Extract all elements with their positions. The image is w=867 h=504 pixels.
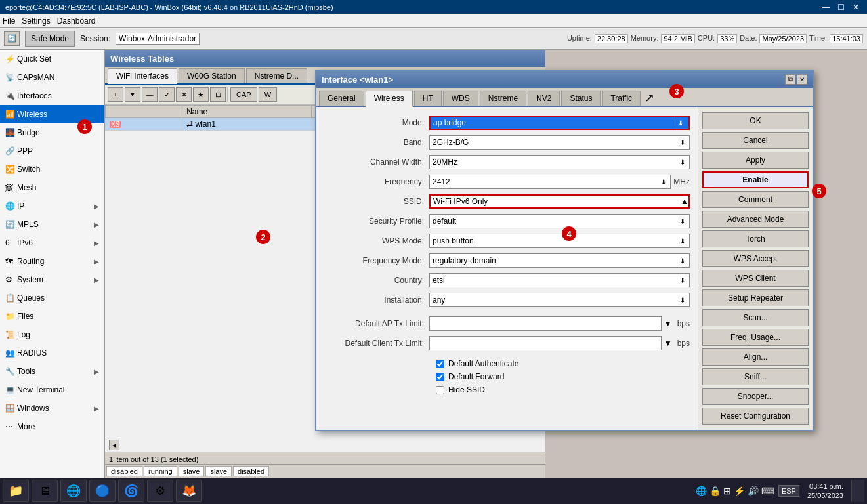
snooper-button[interactable]: Snooper...	[702, 388, 809, 405]
reset-config-button[interactable]: Reset Configuration	[702, 408, 809, 425]
channel-width-dropdown[interactable]: 20MHz ⬇	[429, 155, 690, 169]
tab-nstreme[interactable]: Nstreme	[480, 91, 526, 106]
tray-apps-icon[interactable]: ⊞	[723, 486, 731, 496]
sidebar-item-files[interactable]: 📁 Files	[0, 307, 104, 326]
tab-nv2[interactable]: NV2	[528, 91, 560, 106]
band-dropdown[interactable]: 2GHz-B/G ⬇	[429, 135, 690, 150]
w-button[interactable]: W	[259, 87, 277, 102]
enable-button[interactable]: Enable	[702, 171, 809, 188]
close-button[interactable]: ✕	[850, 3, 862, 12]
tab-w60g-station[interactable]: W60G Station	[179, 68, 245, 83]
add-dropdown-button[interactable]: ▼	[125, 87, 140, 102]
menu-dashboard[interactable]: Dashboard	[57, 16, 96, 26]
taskbar-settings[interactable]: ⚙	[147, 480, 173, 502]
refresh-button[interactable]: 🔄	[4, 32, 20, 46]
country-dropdown[interactable]: etsi ⬇	[429, 273, 690, 287]
client-tx-arrow[interactable]: ▼	[662, 339, 675, 348]
sidebar-item-tools[interactable]: 🔧 Tools ▶	[0, 362, 104, 381]
scroll-left-button[interactable]: ◄	[109, 440, 119, 450]
menu-file[interactable]: File	[3, 16, 15, 26]
hide-ssid-checkbox[interactable]	[436, 386, 444, 394]
tab-traffic[interactable]: Traffic	[602, 91, 641, 106]
sidebar-item-queues[interactable]: 📋 Queues	[0, 289, 104, 307]
ap-tx-input[interactable]	[429, 316, 662, 331]
tab-wds[interactable]: WDS	[443, 91, 478, 106]
mode-dropdown-arrow[interactable]: ⬇	[675, 117, 686, 129]
frequency-dropdown[interactable]: 2412 ⬇	[429, 175, 671, 189]
show-desktop-button[interactable]	[851, 480, 864, 502]
setup-repeater-button[interactable]: Setup Repeater	[702, 289, 809, 306]
tab-status[interactable]: Status	[561, 91, 601, 106]
tab-nstreme-dual[interactable]: Nstreme D...	[246, 68, 307, 83]
language-badge[interactable]: ESP	[778, 485, 799, 497]
ap-tx-arrow[interactable]: ▼	[662, 319, 675, 328]
tray-volume-icon[interactable]: 🔊	[748, 486, 759, 496]
default-forward-checkbox[interactable]	[436, 373, 444, 381]
apply-button[interactable]: Apply	[702, 152, 809, 169]
security-profile-dropdown[interactable]: default ⬇	[429, 214, 690, 228]
tray-bluetooth-icon[interactable]: ⚡	[734, 486, 745, 496]
sidebar-item-ipv6[interactable]: 6 IPv6 ▶	[0, 234, 104, 252]
comment-button[interactable]: Comment	[702, 191, 809, 208]
sidebar-item-ip[interactable]: 🌐 IP ▶	[0, 197, 104, 215]
torch-button[interactable]: Torch	[702, 230, 809, 247]
dialog-restore-button[interactable]: ⧉	[785, 74, 795, 85]
client-tx-input[interactable]	[429, 336, 662, 350]
cap-button[interactable]: CAP	[230, 87, 257, 102]
safe-mode-button[interactable]: Safe Mode	[25, 31, 75, 47]
tab-general[interactable]: General	[319, 91, 364, 106]
sidebar-item-mpls[interactable]: 🔄 MPLS ▶	[0, 215, 104, 234]
sidebar-item-radius[interactable]: 👥 RADIUS	[0, 344, 104, 362]
installation-dropdown[interactable]: any ⬇	[429, 293, 690, 307]
filter-button[interactable]: ⊟	[210, 87, 226, 102]
maximize-button[interactable]: ☐	[835, 3, 847, 12]
tray-network-icon[interactable]: 🌐	[696, 486, 707, 496]
align-button[interactable]: Align...	[702, 348, 809, 366]
wps-mode-dropdown[interactable]: push button ⬇	[429, 234, 690, 248]
sidebar-item-more[interactable]: ⋯ More	[0, 417, 104, 436]
star-button[interactable]: ★	[193, 87, 209, 102]
wps-accept-button[interactable]: WPS Accept	[702, 250, 809, 267]
scan-button[interactable]: Scan...	[702, 309, 809, 326]
frequency-label: Frequency:	[324, 177, 429, 186]
sidebar-item-system[interactable]: ⚙ System ▶	[0, 270, 104, 289]
tab-wireless[interactable]: Wireless	[366, 91, 413, 107]
taskbar-chrome[interactable]: 🔵	[89, 480, 116, 502]
dialog-close-button[interactable]: ✕	[797, 74, 807, 85]
sidebar-item-switch[interactable]: 🔀 Switch	[0, 160, 104, 178]
taskbar-terminal[interactable]: 🖥	[32, 480, 58, 502]
default-authenticate-checkbox[interactable]	[436, 360, 444, 368]
sidebar-item-windows[interactable]: 🪟 Windows ▶	[0, 399, 104, 417]
wps-client-button[interactable]: WPS Client	[702, 270, 809, 287]
minimize-button[interactable]: —	[819, 3, 832, 12]
cancel-button[interactable]: Cancel	[702, 132, 809, 149]
sidebar-item-mesh[interactable]: 🕸 Mesh	[0, 178, 104, 197]
cross-button[interactable]: ✕	[176, 87, 192, 102]
tray-security-icon[interactable]: 🔒	[709, 486, 721, 496]
dialog-tabs: General Wireless HT WDS Nstreme NV2 Stat…	[316, 88, 813, 107]
taskbar-network[interactable]: 🌐	[60, 480, 87, 502]
remove-button[interactable]: —	[142, 87, 158, 102]
taskbar-edge[interactable]: 🌀	[118, 480, 144, 502]
ok-button[interactable]: OK	[702, 112, 809, 129]
sidebar-item-ppp[interactable]: 🔗 PPP	[0, 142, 104, 160]
advanced-mode-button[interactable]: Advanced Mode	[702, 211, 809, 228]
frequency-mode-dropdown[interactable]: regulatory-domain ⬇	[429, 253, 690, 268]
sidebar-item-quick-set[interactable]: ⚡ Quick Set	[0, 50, 104, 68]
add-button[interactable]: +	[108, 87, 123, 102]
taskbar-firefox[interactable]: 🦊	[176, 480, 202, 502]
tray-keyboard-icon[interactable]: ⌨	[761, 486, 774, 496]
tab-ht[interactable]: HT	[414, 91, 442, 106]
ssid-input[interactable]	[429, 194, 690, 209]
sidebar-item-new-terminal[interactable]: 💻 New Terminal	[0, 381, 104, 399]
sidebar-item-routing[interactable]: 🗺 Routing ▶	[0, 252, 104, 270]
sidebar-item-interfaces[interactable]: 🔌 Interfaces	[0, 87, 104, 105]
menu-settings[interactable]: Settings	[22, 16, 50, 26]
freq-usage-button[interactable]: Freq. Usage...	[702, 329, 809, 346]
sidebar-item-log[interactable]: 📜 Log	[0, 326, 104, 344]
check-button[interactable]: ✓	[159, 87, 175, 102]
sniff-button[interactable]: Sniff...	[702, 368, 809, 385]
sidebar-item-capsman[interactable]: 📡 CAPsMAN	[0, 68, 104, 87]
taskbar-file-manager[interactable]: 📁	[3, 480, 29, 502]
tab-wifi-interfaces[interactable]: WiFi Interfaces	[108, 68, 177, 84]
